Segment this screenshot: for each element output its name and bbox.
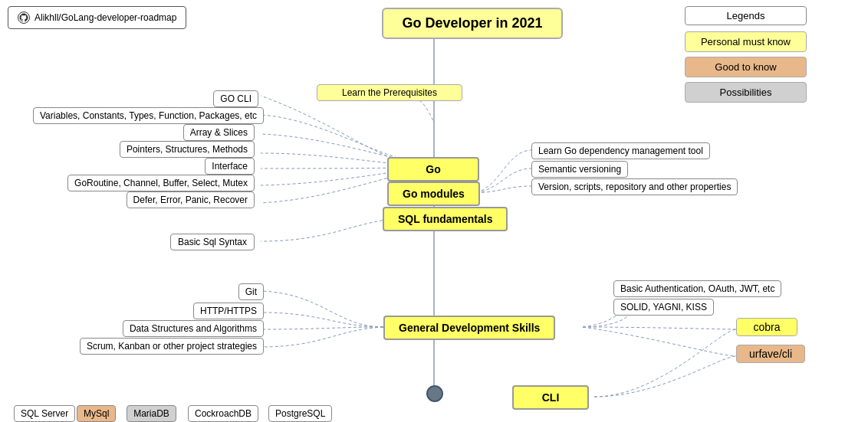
http-node: HTTP/HTTPS <box>193 303 264 319</box>
general-dev-node: General Development Skills <box>383 316 555 340</box>
mariadb-node: MariaDB <box>127 405 176 422</box>
version-node: Version, scripts, repository and other p… <box>531 178 738 195</box>
pointers-node: Pointers, Structures, Methods <box>120 141 255 158</box>
postgres-node: PostgreSQL <box>268 405 332 422</box>
sql-fundamentals-node: SQL fundamentals <box>383 207 508 231</box>
cobra-node: cobra <box>736 318 797 336</box>
cli-connector <box>426 385 443 402</box>
defer-node: Defer, Error, Panic, Recover <box>127 191 255 208</box>
interface-node: Interface <box>205 158 255 175</box>
learn-go-dep-node: Learn Go dependency management tool <box>531 142 710 159</box>
variables-node: Variables, Constants, Types, Function, P… <box>33 107 264 124</box>
cli-node: CLI <box>512 385 589 410</box>
github-icon <box>18 11 30 24</box>
semantic-node: Semantic versioning <box>531 161 628 178</box>
data-structures-node: Data Structures and Algorithms <box>123 320 264 337</box>
mysql-node: MySql <box>77 405 116 422</box>
main-canvas: Alikhll/GoLang-developer-roadmap Go Deve… <box>0 0 868 422</box>
legend-possibilities: Possibilities <box>685 82 807 103</box>
cockroach-node: CockroachDB <box>188 405 258 422</box>
legends-box: Legends Personal must know Good to know … <box>685 6 807 107</box>
page-title: Go Developer in 2021 <box>382 8 562 39</box>
learn-prerequisites-node: Learn the Prerequisites <box>317 84 462 101</box>
git-node: Git <box>238 283 264 300</box>
title-box: Go Developer in 2021 <box>268 8 676 39</box>
goroutine-node: GoRoutine, Channel, Buffer, Select, Mute… <box>67 175 255 191</box>
array-slices-node: Array & Slices <box>183 124 255 141</box>
go-cli-node: GO CLI <box>213 90 258 107</box>
sql-server-node: SQL Server <box>14 405 75 422</box>
legend-good: Good to know <box>685 57 807 77</box>
legend-personal: Personal must know <box>685 31 807 52</box>
go-modules-node: Go modules <box>387 182 480 206</box>
solid-node: SOLID, YAGNI, KISS <box>613 299 714 316</box>
go-node: Go <box>387 157 479 182</box>
basic-sql-node: Basic Sql Syntax <box>170 234 255 250</box>
scrum-node: Scrum, Kanban or other project strategie… <box>80 338 264 355</box>
github-label: Alikhll/GoLang-developer-roadmap <box>35 12 176 23</box>
basic-auth-node: Basic Authentication, OAuth, JWT, etc <box>613 280 781 297</box>
github-box: Alikhll/GoLang-developer-roadmap <box>8 6 186 29</box>
legends-title: Legends <box>685 6 807 25</box>
urfave-node: urfave/cli <box>736 345 805 363</box>
